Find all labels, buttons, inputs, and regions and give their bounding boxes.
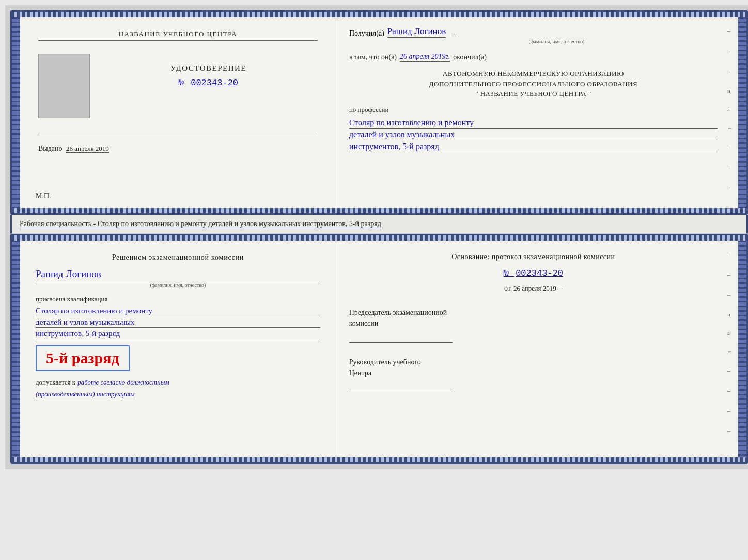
top-border-decoration: [12, 12, 746, 17]
bottom-dash6: ←: [727, 348, 733, 355]
allowed-prefix: допускается к: [36, 378, 75, 387]
org-line2: ДОПОЛНИТЕЛЬНОГО ПРОФЕССИОНАЛЬНОГО ОБРАЗО…: [349, 79, 718, 89]
protocol-date-row: от 26 апреля 2019 –: [349, 284, 718, 293]
director-label2-text: Центра: [349, 369, 371, 377]
decision-text: Решением экзаменационной комиссии: [36, 252, 320, 263]
org-line2-text: ДОПОЛНИТЕЛЬНОГО ПРОФЕССИОНАЛЬНОГО ОБРАЗО…: [429, 80, 637, 88]
page-container: НАЗВАНИЕ УЧЕБНОГО ЦЕНТРА УДОСТОВЕРЕНИЕ №…: [5, 5, 748, 469]
dash2: –: [727, 47, 733, 55]
bottom-dash4: и: [727, 311, 733, 317]
qualification-line2: деталей и узлов музыкальных: [36, 318, 320, 328]
bottom-dash8: –: [727, 387, 733, 395]
bottom-right-panel: – – – и а ← – – – – Основание: протокол …: [336, 241, 738, 457]
completion-date: 26 апреля 2019г.: [400, 53, 450, 62]
rank-label: 5-й разряд: [46, 349, 119, 366]
bottom-dash3: –: [727, 291, 733, 299]
top-left-panel: НАЗВАНИЕ УЧЕБНОГО ЦЕНТРА УДОСТОВЕРЕНИЕ №…: [20, 17, 336, 208]
qualification-prefix: присвоена квалификация: [36, 295, 320, 303]
received-block: Получил(а) Рашид Логинов – (фамилия, имя…: [349, 26, 718, 44]
specialty-text: Рабочая специальность - Столяр по изгото…: [20, 220, 381, 228]
allowed-text: работе согласно должностным: [77, 378, 169, 387]
director-block: Руководитель учебного Центра: [349, 357, 718, 392]
allowed-block2: (производственным) инструкциям: [36, 390, 320, 398]
right-dashes-top: – – – и а ← – – – –: [727, 27, 733, 212]
bottom-dash1: –: [727, 251, 733, 259]
org-line1-text: АВТОНОМНУЮ НЕКОММЕРЧЕСКУЮ ОРГАНИЗАЦИЮ: [443, 70, 624, 77]
org-name-text: НАЗВАНИЕ УЧЕБНОГО ЦЕНТРА: [119, 30, 237, 38]
qualification-prefix-text: присвоена квалификация: [36, 295, 107, 303]
dash8: –: [727, 164, 733, 171]
received-label: Получил(а): [349, 29, 384, 38]
dash10: –: [727, 204, 733, 212]
bottom-dash9: –: [727, 407, 733, 415]
bottom-name: Рашид Логинов: [36, 268, 320, 281]
protocol-number: 002343-20: [516, 268, 563, 278]
org-line3: " НАЗВАНИЕ УЧЕБНОГО ЦЕНТРА ": [349, 89, 718, 99]
rank-box: 5-й разряд: [36, 345, 130, 371]
bottom-dash10: –: [727, 427, 733, 435]
org-line3-text: " НАЗВАНИЕ УЧЕБНОГО ЦЕНТРА ": [475, 90, 591, 98]
dash6: ←: [727, 125, 733, 131]
org-name-top: НАЗВАНИЕ УЧЕБНОГО ЦЕНТРА: [38, 30, 318, 41]
top-right-panel: – – – и а ← – – – – Получил(а) Рашид Лог…: [336, 17, 738, 208]
specialty-line: Рабочая специальность - Столяр по изгото…: [10, 215, 748, 234]
bottom-name-text: Рашид Логинов: [36, 268, 101, 279]
photo-placeholder: [38, 54, 90, 118]
protocol-prefix: №: [504, 268, 509, 278]
issued-date: 26 апреля 2019: [66, 145, 109, 153]
top-doc-inner: НАЗВАНИЕ УЧЕБНОГО ЦЕНТРА УДОСТОВЕРЕНИЕ №…: [12, 17, 746, 208]
mp-label: М.П.: [36, 192, 51, 200]
bottom-name-subtitle: (фамилия, имя, отчество): [36, 282, 320, 288]
bottom-dash7: –: [727, 367, 733, 375]
bottom-border-bottom: [12, 457, 746, 462]
date-suffix: окончил(а): [453, 53, 487, 61]
received-row: Получил(а) Рашид Логинов –: [349, 26, 718, 38]
chairman-line2: комиссии: [349, 318, 718, 329]
mp-text: М.П.: [36, 192, 51, 200]
issued-block: Выдано 26 апреля 2019: [38, 145, 318, 153]
decision-label: Решением экзаменационной комиссии: [112, 253, 244, 261]
chairman-label2-text: комиссии: [349, 319, 379, 327]
recipient-name: Рашид Логинов: [387, 26, 446, 38]
allowed-block: допускается к работе согласно должностны…: [36, 378, 320, 387]
chairman-block: Председатель экзаменационной комиссии: [349, 307, 718, 343]
director-signature: [349, 381, 453, 392]
dash7: –: [727, 143, 733, 151]
org-block: АВТОНОМНУЮ НЕКОММЕРЧЕСКУЮ ОРГАНИЗАЦИЮ ДО…: [349, 69, 718, 99]
left-spine: [12, 17, 20, 208]
bottom-dash2: –: [727, 271, 733, 279]
dash1: –: [727, 27, 733, 35]
recipient-subtitle-text: (фамилия, имя, отчество): [528, 39, 584, 44]
cert-number: 002343-20: [191, 78, 238, 88]
from-prefix: от: [504, 284, 511, 293]
rank-box-text: 5-й разряд: [46, 349, 119, 367]
basis-text: Основание: протокол экзаменационной коми…: [349, 252, 718, 262]
cert-number-prefix: №: [179, 78, 184, 88]
divider-line: [38, 134, 318, 134]
profession-block: Столяр по изготовлению и ремонту деталей…: [349, 118, 718, 152]
issued-label: Выдано: [38, 145, 63, 152]
profession-label: по профессии: [349, 106, 718, 114]
bottom-border-decoration-top: [12, 208, 746, 213]
dash3: –: [727, 68, 733, 75]
dash5: а: [727, 106, 733, 113]
allowed-text2: (производственным) инструкциям: [36, 390, 135, 398]
right-dashes-bottom: – – – и а ← – – – –: [727, 251, 733, 435]
cert-middle-row: УДОСТОВЕРЕНИЕ № 002343-20: [38, 54, 318, 118]
protocol-date-value: 26 апреля 2019: [513, 284, 556, 293]
qualification-line3: инструментов, 5-й разряд: [36, 329, 320, 339]
bottom-left-panel: Решением экзаменационной комиссии Рашид …: [20, 241, 336, 457]
director-label-text: Руководитель учебного: [349, 358, 421, 366]
chairman-signature: [349, 331, 453, 343]
date-prefix: в том, что он(а): [349, 53, 397, 61]
profession-line3: инструментов, 5-й разряд: [349, 142, 718, 152]
cert-title-text: УДОСТОВЕРЕНИЕ: [170, 64, 246, 72]
date-line: в том, что он(а) 26 апреля 2019г. окончи…: [349, 53, 718, 62]
profession-prefix: по профессии: [349, 106, 389, 114]
chairman-label-text: Председатель экзаменационной: [349, 309, 447, 316]
dash4: и: [727, 88, 733, 94]
profession-line2: деталей и узлов музыкальных: [349, 130, 718, 140]
bottom-dash5: а: [727, 330, 733, 336]
profession-line1: Столяр по изготовлению и ремонту: [349, 118, 718, 129]
director-line1: Руководитель учебного: [349, 357, 718, 367]
